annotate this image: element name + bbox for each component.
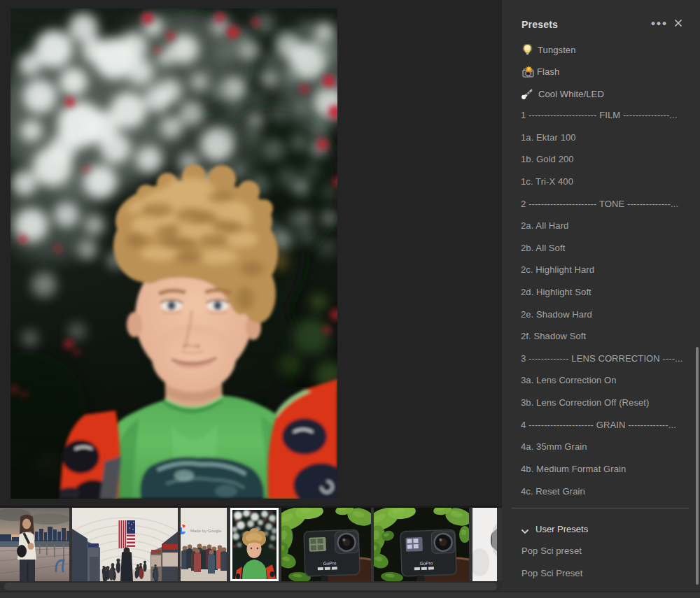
svg-text:GoPro: GoPro [323, 560, 336, 566]
svg-text:GoPro: GoPro [419, 560, 433, 566]
svg-text:Made by Google: Made by Google [190, 529, 222, 533]
